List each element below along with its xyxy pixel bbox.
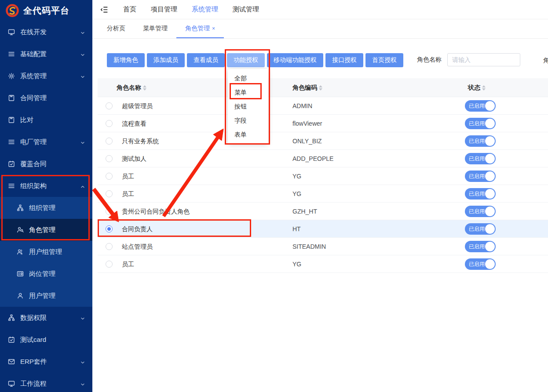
table-row[interactable]: 员工YG已启用 [98,167,548,185]
org-icon [17,204,24,211]
table-row[interactable]: 测试加人ADD_PEOPLE已启用 [98,150,548,167]
top-menu-item-首页[interactable]: 首页 [123,5,136,14]
row-radio-button[interactable] [106,208,113,215]
dropdown-item-菜单[interactable]: 菜单 [228,85,268,99]
top-menu-item-系统管理[interactable]: 系统管理 [192,5,218,14]
sidebar-item-label: ERP套件 [20,358,75,366]
查看成员-button[interactable]: 查看成员 [187,53,225,67]
row-radio-button[interactable] [106,190,113,197]
sidebar-item-label: 用户管理 [29,292,85,300]
sidebar-item-角色管理[interactable]: 角色管理 [0,219,92,241]
status-toggle[interactable]: 已启用 [465,223,496,235]
chevron-down-icon [80,29,85,35]
sidebar-item-工作流程[interactable]: 工作流程 [0,373,92,392]
column-header-role-code[interactable]: 角色编码 [292,78,322,97]
sidebar-item-岗位管理[interactable]: 岗位管理 [0,263,92,285]
top-menu-item-项目管理[interactable]: 项目管理 [151,5,177,14]
role-code-cell: YG [292,167,301,185]
sidebar-item-数据权限[interactable]: 数据权限 [0,307,92,329]
sidebar-item-测试card[interactable]: 测试card [0,329,92,351]
sort-icon[interactable] [482,85,486,91]
sidebar-item-组织管理[interactable]: 组织管理 [0,197,92,219]
status-toggle[interactable]: 已启用 [465,100,496,112]
table-row[interactable]: 贵州公司合同负责人角色GZH_HT已启用 [98,203,548,220]
sort-icon[interactable] [319,85,322,91]
status-toggle[interactable]: 已启用 [465,118,496,129]
row-radio-button[interactable] [106,225,113,232]
role-code-cell: ADD_PEOPLE [292,150,333,167]
首页授权-button[interactable]: 首页授权 [365,53,403,67]
row-radio-button[interactable] [106,102,113,109]
status-toggle[interactable]: 已启用 [465,153,496,164]
row-radio-button[interactable] [106,261,113,268]
role-name-cell: 流程查看 [122,115,146,132]
status-toggle[interactable]: 已启用 [465,206,496,217]
sidebar-item-ERP套件[interactable]: ERP套件 [0,351,92,373]
sidebar-item-系统管理[interactable]: 系统管理 [0,65,92,87]
status-label: 已启用 [469,258,485,270]
sidebar-item-组织架构[interactable]: 组织架构 [0,175,92,197]
tab-分析页[interactable]: 分析页 [98,19,134,38]
status-label: 已启用 [469,100,485,112]
table-row[interactable]: 超级管理员ADMIN已启用 [98,97,548,115]
status-label: 已启用 [469,135,485,147]
sidebar-item-覆盖合同[interactable]: 覆盖合同 [0,153,92,175]
添加成员-button[interactable]: 添加成员 [147,53,185,67]
status-toggle[interactable]: 已启用 [465,188,496,200]
sort-icon[interactable] [143,85,146,91]
status-toggle[interactable]: 已启用 [465,171,496,182]
dropdown-item-全部[interactable]: 全部 [228,71,268,85]
tab-菜单管理[interactable]: 菜单管理 [134,19,176,38]
row-radio-button[interactable] [106,173,113,180]
sidebar-item-合同管理[interactable]: 合同管理 [0,87,92,109]
status-label: 已启用 [469,223,485,235]
status-label: 已启用 [469,206,485,217]
top-menu: 首页项目管理系统管理测试管理 [123,5,259,14]
row-radio-button[interactable] [106,155,113,162]
row-radio-button[interactable] [106,120,113,127]
sidebar-item-用户组管理[interactable]: 用户组管理 [0,241,92,263]
tab-角色管理[interactable]: 角色管理× [176,19,224,38]
toggle-knob [485,224,495,234]
role-name-search-input[interactable] [447,53,520,66]
role-name-cell: 站点管理员 [122,238,153,255]
sidebar-item-label: 比对 [20,116,85,124]
calendar-icon [8,336,15,343]
close-tab-icon[interactable]: × [212,25,215,32]
dropdown-item-字段[interactable]: 字段 [228,113,268,127]
role-name-cell: 员工 [122,185,134,203]
column-header-status[interactable]: 状态 [468,78,486,97]
role-icon [17,226,24,233]
dropdown-item-按钮[interactable]: 按钮 [228,99,268,113]
接口授权-button[interactable]: 接口授权 [325,53,363,67]
collapse-sidebar-icon[interactable] [100,6,108,14]
table-row[interactable]: 员工YG已启用 [98,255,548,273]
toggle-knob [485,101,495,111]
移动端功能授权-button[interactable]: 移动端功能授权 [267,53,323,67]
table-row[interactable]: 合同负责人HT已启用 [98,220,548,238]
status-toggle[interactable]: 已启用 [465,135,496,147]
table-row[interactable]: 员工YG已启用 [98,185,548,203]
status-toggle[interactable]: 已启用 [465,258,496,270]
sidebar-item-基础配置[interactable]: 基础配置 [0,43,92,65]
sidebar-item-在线开发[interactable]: 在线开发 [0,21,92,43]
sidebar-item-比对[interactable]: 比对 [0,109,92,131]
role-name-cell: 员工 [122,167,134,185]
row-radio-button[interactable] [106,243,113,250]
sidebar-item-用户管理[interactable]: 用户管理 [0,285,92,307]
sidebar-item-label: 测试card [20,336,85,344]
usergroup-icon [17,248,24,255]
status-toggle[interactable]: 已启用 [465,241,496,252]
新增角色-button[interactable]: 新增角色 [107,53,145,67]
dropdown-item-表单[interactable]: 表单 [228,127,268,142]
table-row[interactable]: 只有业务系统ONLY_BIZ已启用 [98,132,548,150]
table-row[interactable]: 站点管理员SITEADMIN已启用 [98,238,548,255]
功能授权-button[interactable]: 功能授权 [227,53,265,67]
column-header-role-name[interactable]: 角色名称 [117,78,146,97]
chevron-down-icon [80,381,85,386]
table-row[interactable]: 流程查看flowViewer已启用 [98,115,548,132]
sidebar-item-电厂管理[interactable]: 电厂管理 [0,131,92,153]
top-menu-item-测试管理[interactable]: 测试管理 [233,5,259,14]
toggle-knob [485,242,495,251]
row-radio-button[interactable] [106,138,113,145]
